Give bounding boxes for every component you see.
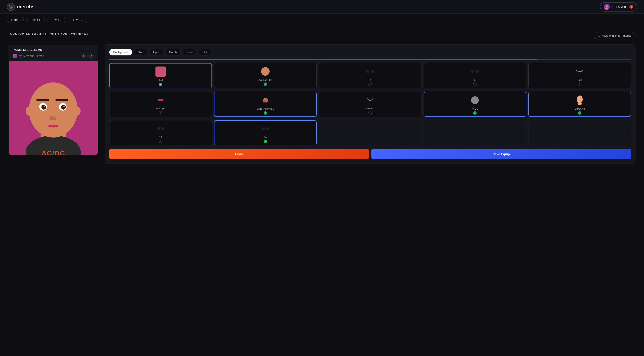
item-grin[interactable]: Grin i xyxy=(528,63,631,88)
svg-point-8 xyxy=(605,8,608,10)
item-empty-2 xyxy=(424,120,526,145)
nft-wins-button[interactable]: NFT & Wins 🎁 xyxy=(600,2,637,12)
sub-navigation: Home Level 1 Level 2 Level 3 xyxy=(0,14,644,26)
svg-point-32 xyxy=(265,100,268,103)
tab-eyes[interactable]: Eyes xyxy=(149,49,163,56)
items-row-3: 13 i 14 ✓ xyxy=(109,120,631,145)
item-light-skin-preview xyxy=(574,94,586,106)
top-bar: CUSTOMISE YOUR NFT WITH YOUR WINNINGS xyxy=(8,32,98,40)
item-13-status: i xyxy=(159,140,162,143)
item-eyes-02-preview xyxy=(469,66,481,77)
tab-skin[interactable]: Skin xyxy=(134,49,147,56)
main-content: CUSTOMISE YOUR NFT WITH YOUR WINNINGS PA… xyxy=(0,26,644,170)
eyes-01-svg xyxy=(365,69,376,74)
item-extra-pointy-status: ✓ xyxy=(264,111,267,115)
item-grin-status: i xyxy=(578,83,582,86)
nft-preview-image: AC/DC xyxy=(9,61,98,155)
nav-level1[interactable]: Level 1 xyxy=(26,17,45,23)
tab-hair[interactable]: Hair xyxy=(199,49,212,56)
svg-point-14 xyxy=(74,106,81,116)
item-avg-skin-label: Average Skin xyxy=(258,79,272,81)
gift-icon: 🎁 xyxy=(629,5,633,9)
shave1-svg xyxy=(366,97,375,103)
item-eyes-02[interactable]: 02 i xyxy=(424,63,526,88)
right-panel: ⏱ View Winnings Timeline Background Skin… xyxy=(105,32,636,164)
undo-button[interactable]: Undo xyxy=(109,149,369,159)
app-logo: mercle xyxy=(7,3,34,11)
svg-point-25 xyxy=(53,118,56,120)
more-icon-btn[interactable]: ⊕ xyxy=(88,53,94,59)
app-title: mercle xyxy=(17,4,34,10)
item-hot-lips[interactable]: Hot Lips i xyxy=(109,92,212,117)
item-extra-pointy[interactable]: Extra Pointy N... ✓ xyxy=(214,92,317,117)
tab-nose[interactable]: Nose xyxy=(182,49,197,56)
tab-background[interactable]: Background xyxy=(109,49,132,56)
item-extra-pointy-label: Extra Pointy N... xyxy=(257,107,274,110)
share-icon-btn[interactable]: ⟳ xyxy=(81,53,87,59)
scroll-indicator xyxy=(109,59,631,60)
action-buttons: Undo Save Equip xyxy=(109,149,631,159)
svg-point-12 xyxy=(29,83,78,138)
item-red-preview xyxy=(154,66,166,78)
item-eyes-01-status: i xyxy=(368,83,372,86)
item-acdc[interactable]: ACDC ✓ xyxy=(424,92,526,117)
item-shave1-label: Shave 1 xyxy=(366,107,374,110)
item-hot-lips-label: Hot Lips xyxy=(156,107,165,110)
item-shave1[interactable]: Shave 1 i xyxy=(319,92,422,117)
item-14-preview xyxy=(260,123,271,135)
extra-pointy-svg xyxy=(261,96,270,105)
item-acdc-label: ACDC xyxy=(472,107,478,110)
nav-home[interactable]: Home xyxy=(7,17,24,23)
category-tabs: Background Skin Eyes Mouth Nose Hair xyxy=(109,49,631,56)
view-timeline-button[interactable]: ⏱ View Winnings Timeline xyxy=(594,32,636,39)
svg-point-18 xyxy=(41,105,46,110)
svg-text:AC/DC: AC/DC xyxy=(42,149,65,155)
tab-mouth[interactable]: Mouth xyxy=(165,49,181,56)
item-13-preview xyxy=(154,123,166,135)
item-13-svg xyxy=(156,126,165,132)
svg-point-29 xyxy=(476,70,479,73)
nav-level3[interactable]: Level 3 xyxy=(68,17,87,23)
item-red[interactable]: Red ✓ xyxy=(109,63,212,88)
item-acdc-preview xyxy=(469,94,481,106)
item-hot-lips-preview xyxy=(154,94,166,106)
item-avg-skin[interactable]: Average Skin ✓ xyxy=(214,63,317,88)
avg-skin-circle xyxy=(261,67,270,76)
author-avatar xyxy=(12,54,17,58)
author-name: MercleDAO Profile xyxy=(24,55,44,58)
svg-point-28 xyxy=(471,70,474,73)
item-14-svg xyxy=(261,126,270,132)
item-hot-lips-status: i xyxy=(159,111,162,115)
item-light-skin[interactable]: Light Skin ✓ xyxy=(528,92,631,117)
user-avatar xyxy=(604,4,610,10)
item-13[interactable]: 13 i xyxy=(109,120,212,145)
svg-rect-16 xyxy=(55,99,68,101)
svg-point-21 xyxy=(61,105,66,110)
customise-panel: Background Skin Eyes Mouth Nose Hair Red xyxy=(105,44,636,164)
nft-card: PASH161.SSE47 #5 by MercleDAO Profile ⟳ … xyxy=(8,45,98,155)
svg-point-24 xyxy=(50,118,52,120)
item-acdc-status: ✓ xyxy=(473,111,476,115)
svg-point-31 xyxy=(262,100,266,103)
left-panel: CUSTOMISE YOUR NFT WITH YOUR WINNINGS PA… xyxy=(8,32,98,155)
nft-title: PASH161.SSE47 #5 xyxy=(12,48,94,52)
item-shave1-preview xyxy=(364,94,376,106)
item-red-status: ✓ xyxy=(159,83,162,86)
svg-point-37 xyxy=(262,127,265,130)
item-13-label: 13 xyxy=(159,136,162,138)
svg-point-27 xyxy=(371,70,374,73)
nav-level2[interactable]: Level 2 xyxy=(48,17,66,23)
svg-point-26 xyxy=(366,70,369,73)
eyes-02-svg xyxy=(470,69,480,74)
item-14-label: 14 xyxy=(264,136,267,139)
item-14[interactable]: 14 ✓ xyxy=(214,120,317,145)
nft-author-info: by MercleDAO Profile xyxy=(12,54,44,58)
svg-rect-15 xyxy=(36,99,49,101)
red-swatch xyxy=(156,67,166,77)
nft-card-actions: ⟳ ⊕ xyxy=(81,53,94,59)
item-eyes-01[interactable]: 01 i xyxy=(319,63,422,88)
save-equip-button[interactable]: Save Equip xyxy=(372,149,631,159)
item-red-label: Red xyxy=(158,79,163,82)
item-grin-preview xyxy=(574,66,586,77)
svg-point-13 xyxy=(26,106,33,116)
